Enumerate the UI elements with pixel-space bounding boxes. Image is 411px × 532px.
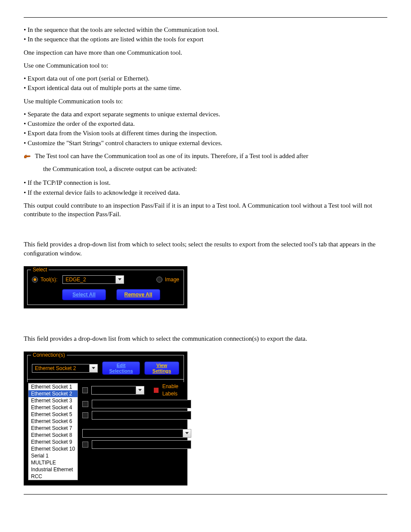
connections-combo-value: Ethernet Socket 2: [32, 364, 89, 373]
list-item[interactable]: Ethernet Socket 3: [28, 397, 78, 404]
body-text: • Customize the order of the exported da…: [24, 119, 387, 128]
tools-label: Tool(s):: [40, 276, 57, 283]
list-item[interactable]: Ethernet Socket 2: [28, 390, 78, 397]
body-text: • Customize the "Start Strings" control …: [24, 139, 387, 147]
list-item[interactable]: Ethernet Socket 9: [28, 439, 78, 445]
body-text: • If the external device fails to acknow…: [24, 188, 387, 197]
body-text: • In the sequence that the options are l…: [24, 35, 387, 44]
list-item[interactable]: MULTIPLE: [28, 459, 78, 466]
tools-combo[interactable]: EDGE_2: [62, 275, 124, 284]
groupbox-legend: Connection(s): [31, 352, 67, 358]
chevron-down-icon[interactable]: [115, 275, 124, 284]
list-item[interactable]: Ethernet Socket 10: [28, 445, 78, 452]
enable-labels-label: Enable Labels: [162, 383, 191, 397]
list-item[interactable]: Ethernet Socket 5: [28, 411, 78, 418]
section-intro: This ﬁeld provides a drop-down list from…: [24, 334, 387, 343]
body-text: • Export data from the Vision tools at d…: [24, 129, 387, 137]
button-label: Select All: [72, 292, 96, 298]
tools-radio[interactable]: [32, 277, 38, 283]
text-input[interactable]: [92, 440, 191, 449]
checkbox[interactable]: [82, 412, 88, 418]
combo-value: [82, 429, 183, 438]
image-radio[interactable]: [156, 277, 162, 283]
hand-point-icon: [24, 153, 31, 159]
list-item[interactable]: Ethernet Socket 6: [28, 418, 78, 425]
list-item[interactable]: Ethernet Socket 7: [28, 425, 78, 432]
text-input[interactable]: [92, 411, 191, 420]
wide-combo[interactable]: [82, 429, 191, 438]
select-panel: Select Tool(s): EDGE_2 Image Select All …: [24, 266, 187, 308]
note-text: the Communication tool, a discrete outpu…: [43, 165, 387, 173]
list-item[interactable]: Industrial Ethernet: [28, 466, 78, 473]
list-item[interactable]: Ethernet Socket 4: [28, 404, 78, 411]
bottom-rule: [24, 494, 387, 495]
body-text: One inspection can have more than one Co…: [24, 48, 387, 57]
remove-all-button[interactable]: Remove All: [116, 289, 160, 300]
chevron-down-icon[interactable]: [89, 364, 98, 373]
body-text: • In the sequence that the tools are sel…: [24, 25, 387, 34]
body-text: • Export identical data out of multiple …: [24, 84, 387, 92]
text-input[interactable]: [92, 400, 191, 408]
button-label: Remove All: [125, 292, 153, 298]
body-text: • Separate the data and export separate …: [24, 110, 387, 118]
connections-dropdown-list[interactable]: Ethernet Socket 1 Ethernet Socket 2 Ethe…: [28, 383, 78, 480]
chevron-down-icon[interactable]: [136, 386, 144, 395]
tools-combo-value: EDGE_2: [62, 275, 115, 284]
checkbox[interactable]: [82, 401, 88, 407]
body-text: • Export data out of one port (serial or…: [24, 74, 387, 83]
button-label: Edit Selections: [109, 363, 133, 373]
button-label: View Settings: [153, 363, 171, 373]
checkbox[interactable]: [82, 387, 88, 393]
section-intro: This ﬁeld provides a drop-down list from…: [24, 240, 387, 258]
edit-selections-button[interactable]: Edit Selections: [102, 361, 140, 375]
body-text: Use one Communication tool to:: [24, 61, 387, 70]
note-text: The Test tool can have the Communication…: [35, 152, 387, 160]
checkbox[interactable]: [82, 442, 88, 448]
list-item[interactable]: Ethernet Socket 1: [28, 383, 78, 390]
field-combo[interactable]: [91, 386, 144, 395]
top-rule: [24, 17, 387, 18]
body-text: • If the TCP/IP connection is lost.: [24, 178, 387, 187]
list-item[interactable]: RCC: [28, 473, 78, 480]
chevron-down-icon[interactable]: [183, 429, 191, 438]
select-all-button[interactable]: Select All: [62, 289, 106, 300]
list-item[interactable]: Ethernet Socket 8: [28, 432, 78, 439]
combo-value: [91, 386, 136, 395]
list-item[interactable]: Serial 1: [28, 452, 78, 459]
connections-combo[interactable]: Ethernet Socket 2: [32, 364, 98, 373]
groupbox-legend: Select: [31, 266, 49, 273]
body-text: This output could contribute to an inspe…: [24, 201, 387, 219]
view-settings-button[interactable]: View Settings: [144, 361, 179, 375]
body-text: Use multiple Communication tools to:: [24, 97, 387, 106]
connections-panel: Connection(s) Ethernet Socket 2 Edit Sel…: [24, 352, 187, 485]
image-label: Image: [165, 276, 179, 283]
enable-labels-checkbox[interactable]: [153, 387, 159, 393]
